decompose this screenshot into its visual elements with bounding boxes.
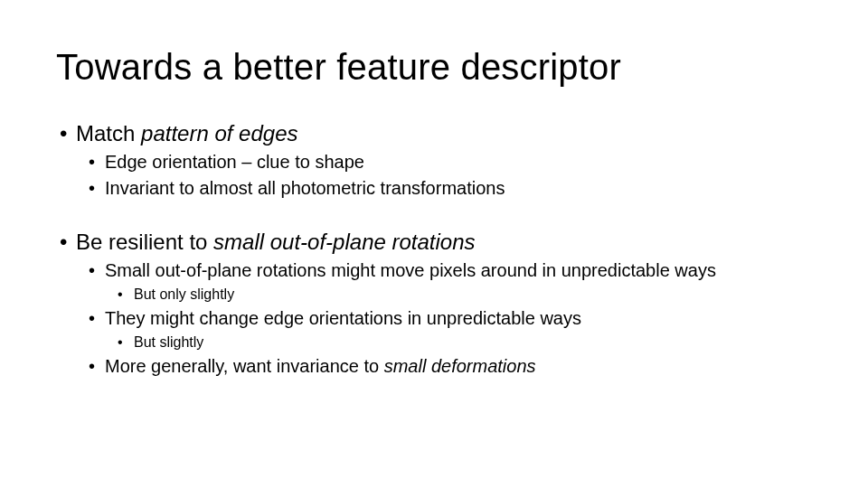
text-run: Match: [76, 121, 141, 145]
spacing: [56, 203, 812, 229]
text-run: Be resilient to: [76, 230, 213, 254]
slide: Towards a better feature descriptor •Mat…: [0, 0, 868, 488]
bullet-icon: •: [89, 259, 105, 282]
bullet-text: Be resilient to small out-of-plane rotat…: [76, 230, 476, 254]
text-run-italic: small out-of-plane rotations: [213, 230, 475, 254]
bullet-text: Edge orientation – clue to shape: [105, 152, 364, 172]
bullet-icon: •: [60, 229, 76, 256]
slide-title: Towards a better feature descriptor: [56, 47, 812, 88]
text-run-italic: small deformations: [384, 356, 536, 376]
bullet-icon: •: [89, 307, 105, 330]
text-run: More generally, want invariance to: [105, 356, 384, 376]
bullet-level2: •Edge orientation – clue to shape: [105, 151, 812, 174]
bullet-text: They might change edge orientations in u…: [105, 308, 581, 328]
bullet-level2: •Invariant to almost all photometric tra…: [105, 177, 812, 200]
text-run-italic: pattern of edges: [141, 121, 297, 145]
bullet-icon: •: [60, 120, 76, 147]
bullet-icon: •: [89, 151, 105, 174]
slide-body: •Match pattern of edges •Edge orientatio…: [56, 120, 812, 378]
bullet-level2: •More generally, want invariance to smal…: [105, 355, 812, 378]
bullet-text: More generally, want invariance to small…: [105, 356, 536, 376]
bullet-icon: •: [118, 286, 134, 304]
bullet-icon: •: [89, 355, 105, 378]
bullet-level1: •Match pattern of edges: [76, 120, 812, 147]
bullet-icon: •: [89, 177, 105, 200]
bullet-text: But only slightly: [134, 286, 234, 302]
bullet-level3: •But slightly: [134, 333, 812, 352]
bullet-level2: •Small out-of-plane rotations might move…: [105, 259, 812, 282]
bullet-text: Small out-of-plane rotations might move …: [105, 260, 716, 280]
bullet-level1: •Be resilient to small out-of-plane rota…: [76, 229, 812, 256]
bullet-text: Invariant to almost all photometric tran…: [105, 178, 505, 198]
bullet-level3: •But only slightly: [134, 286, 812, 304]
bullet-text: Match pattern of edges: [76, 121, 298, 145]
bullet-icon: •: [118, 333, 134, 352]
bullet-level2: •They might change edge orientations in …: [105, 307, 812, 330]
bullet-text: But slightly: [134, 334, 203, 350]
